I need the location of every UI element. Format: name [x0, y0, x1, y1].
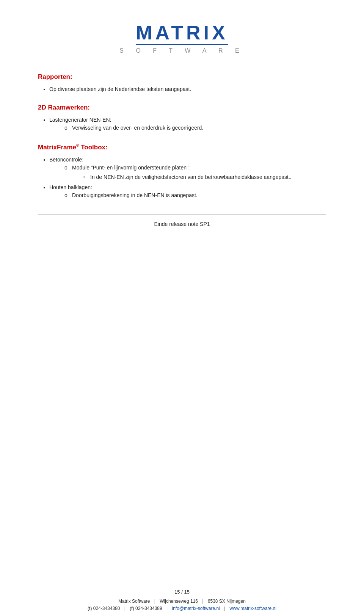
- logo-matrix: MATRIX: [136, 23, 228, 45]
- raamwerken-sub-list: Verwisseling van de over- en onderdruk i…: [64, 124, 326, 132]
- footer-address: Wijchenseweg 116: [160, 599, 198, 604]
- raamwerken-sub-item-1: Verwisseling van de over- en onderdruk i…: [72, 125, 203, 131]
- content-area: Rapporten: Op diverse plaatsen zijn de N…: [30, 73, 334, 227]
- footer-fax: (f) 024-3434389: [130, 606, 162, 611]
- raamwerken-item-label: Lastengenerator NEN-EN:: [49, 117, 111, 123]
- toolbox-heading-suffix: Toolbox:: [79, 144, 107, 151]
- header: MATRIX S O F T W A R E: [30, 15, 334, 54]
- footer-website-link[interactable]: www.matrix-software.nl: [230, 606, 276, 611]
- toolbox-item-houten: Houten balklagen:: [49, 184, 92, 190]
- toolbox-item-betoncontrole: Betoncontrole:: [49, 157, 83, 163]
- list-item: Betoncontrole: Module “Punt- en lijnvorm…: [49, 156, 326, 181]
- raamwerken-list: Lastengenerator NEN-EN: Verwisseling van…: [49, 116, 326, 132]
- raamwerken-heading: 2D Raamwerken:: [38, 104, 326, 111]
- houten-sub-list: Doorbuigingsberekening in de NEN-EN is a…: [64, 191, 326, 199]
- toolbox-list: Betoncontrole: Module “Punt- en lijnvorm…: [49, 156, 326, 199]
- footer-info: Matrix Software | Wijchenseweg 116 | 653…: [23, 598, 341, 612]
- list-item: Module “Punt- en lijnvormig ondersteunde…: [64, 164, 326, 181]
- list-item: Houten balklagen: Doorbuigingsberekening…: [49, 183, 326, 199]
- list-item: Lastengenerator NEN-EN: Verwisseling van…: [49, 116, 326, 132]
- footer-company: Matrix Software: [118, 599, 150, 604]
- separator-1: |: [154, 599, 155, 604]
- list-item: Op diverse plaatsen zijn de Nederlandse …: [49, 85, 326, 93]
- list-item: Verwisseling van de over- en onderdruk i…: [64, 124, 326, 132]
- separator-5: |: [224, 606, 225, 611]
- betoncontrole-sub-list: Module “Punt- en lijnvormig ondersteunde…: [64, 164, 326, 181]
- separator-2: |: [202, 599, 203, 604]
- toolbox-heading-prefix: MatrixFrame: [38, 144, 76, 151]
- separator-3: |: [124, 606, 126, 611]
- toolbox-heading: MatrixFrame® Toolbox:: [38, 143, 326, 151]
- rapporten-heading: Rapporten:: [38, 73, 326, 81]
- footer: 15 / 15 Matrix Software | Wijchenseweg 1…: [0, 585, 364, 616]
- footer-phone: (t) 024-3434380: [88, 606, 120, 611]
- list-item: Doorbuigingsberekening in de NEN-EN is a…: [64, 191, 326, 199]
- footer-city: 6538 SX Nijmegen: [208, 599, 246, 604]
- houten-sub-item-1: Doorbuigingsberekening in de NEN-EN is a…: [72, 192, 198, 198]
- page-number: 15 / 15: [23, 589, 341, 595]
- separator-4: |: [166, 606, 168, 611]
- page-container: MATRIX S O F T W A R E Rapporten: Op div…: [0, 0, 364, 616]
- list-item: In de NEN-EN zijn de veiligheidsfactoren…: [83, 173, 326, 181]
- footer-email-link[interactable]: info@matrix-software.nl: [172, 606, 220, 611]
- betoncontrole-subsub-list: In de NEN-EN zijn de veiligheidsfactoren…: [83, 173, 326, 181]
- section-divider: [38, 215, 326, 215]
- logo-software: S O F T W A R E: [119, 47, 244, 54]
- rapporten-item-1: Op diverse plaatsen zijn de Nederlandse …: [49, 86, 191, 92]
- betoncontrole-sub-label: Module “Punt- en lijnvormig ondersteunde…: [72, 165, 190, 171]
- betoncontrole-subsub-item-1: In de NEN-EN zijn de veiligheidsfactoren…: [90, 174, 292, 180]
- rapporten-list: Op diverse plaatsen zijn de Nederlandse …: [49, 85, 326, 93]
- end-note: Einde release note SP1: [38, 221, 326, 227]
